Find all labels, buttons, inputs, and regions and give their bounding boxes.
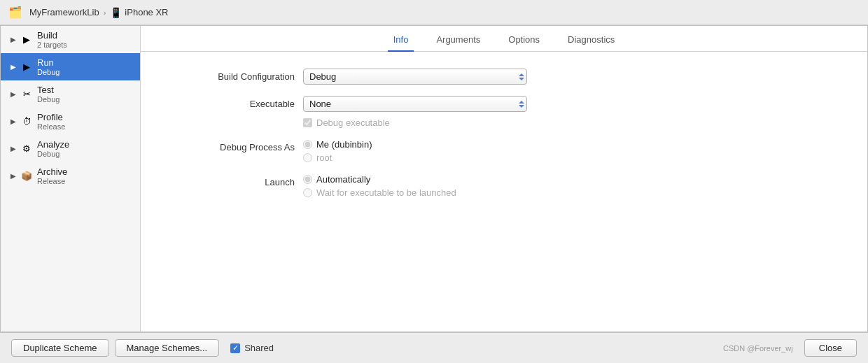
debug-process-radio-group: Me (dubinbin) root bbox=[303, 139, 527, 163]
sidebar-item-build[interactable]: ▶▶Build2 targets bbox=[1, 26, 140, 53]
sidebar-item-run[interactable]: ▶▶RunDebug bbox=[1, 53, 140, 80]
sidebar-item-text-run: RunDebug bbox=[37, 57, 59, 76]
project-name: MyFrameworkLib bbox=[29, 7, 99, 17]
sidebar-arrow-analyze: ▶ bbox=[9, 145, 18, 153]
sidebar-item-icon-archive: 📦 bbox=[20, 170, 33, 183]
sidebar-item-subtitle-build: 2 targets bbox=[37, 41, 67, 49]
manage-schemes-button[interactable]: Manage Schemes... bbox=[115, 339, 220, 357]
sidebar-item-subtitle-run: Debug bbox=[37, 68, 59, 76]
project-icon: 🗂️ bbox=[8, 6, 22, 19]
sidebar-item-title-profile: Profile bbox=[37, 112, 65, 122]
sidebar-item-title-archive: Archive bbox=[37, 166, 67, 177]
sidebar-arrow-test: ▶ bbox=[9, 90, 18, 99]
launch-auto-label: Automatically bbox=[316, 174, 370, 185]
sidebar-item-test[interactable]: ▶✂TestDebug bbox=[1, 80, 140, 108]
sidebar-arrow-profile: ▶ bbox=[9, 118, 18, 126]
build-configuration-row: Build Configuration Debug Release bbox=[183, 69, 825, 85]
launch-control: Automatically Wait for executable to be … bbox=[303, 174, 527, 198]
sidebar-item-title-run: Run bbox=[37, 57, 59, 68]
breadcrumb: 🗂️ MyFrameworkLib › 📱 iPhone XR bbox=[8, 6, 169, 19]
launch-wait-radio[interactable] bbox=[303, 188, 312, 197]
shared-label: Shared bbox=[244, 343, 274, 353]
sidebar-item-analyze[interactable]: ▶⚙AnalyzeDebug bbox=[1, 135, 140, 162]
sidebar-item-title-test: Test bbox=[37, 85, 59, 95]
launch-wait-label: Wait for executable to be launched bbox=[316, 187, 456, 198]
right-panel: InfoArgumentsOptionsDiagnostics Build Co… bbox=[141, 26, 867, 332]
sidebar-item-archive[interactable]: ▶📦ArchiveRelease bbox=[1, 162, 140, 190]
build-configuration-select[interactable]: Debug Release bbox=[303, 69, 527, 85]
sidebar-item-profile[interactable]: ▶⏱ProfileRelease bbox=[1, 108, 140, 135]
executable-control: None Debug executable bbox=[303, 96, 527, 128]
sidebar-item-title-analyze: Analyze bbox=[37, 139, 69, 150]
executable-select[interactable]: None bbox=[303, 96, 527, 112]
sidebar-item-title-build: Build bbox=[37, 30, 67, 41]
device-icon: 📱 bbox=[110, 7, 122, 18]
watermark: CSDN @Forever_wj bbox=[723, 344, 793, 353]
device-name: iPhone XR bbox=[125, 7, 168, 17]
sidebar-item-text-profile: ProfileRelease bbox=[37, 112, 65, 131]
debug-executable-row: Debug executable bbox=[303, 116, 527, 128]
executable-select-wrapper: None bbox=[303, 96, 527, 112]
top-bar: 🗂️ MyFrameworkLib › 📱 iPhone XR bbox=[0, 0, 868, 25]
debug-process-root-radio[interactable] bbox=[303, 153, 312, 162]
executable-label: Executable bbox=[183, 96, 295, 109]
tabs-bar: InfoArgumentsOptionsDiagnostics bbox=[141, 26, 867, 52]
sidebar: ▶▶Build2 targets▶▶RunDebug▶✂TestDebug▶⏱P… bbox=[1, 26, 141, 332]
sidebar-item-text-analyze: AnalyzeDebug bbox=[37, 139, 69, 158]
launch-auto-row: Automatically bbox=[303, 174, 527, 185]
sidebar-arrow-build: ▶ bbox=[9, 36, 18, 44]
launch-row: Launch Automatically Wait for executable… bbox=[183, 174, 825, 198]
debug-process-as-label: Debug Process As bbox=[183, 139, 295, 152]
form-area: Build Configuration Debug Release bbox=[141, 52, 867, 332]
debug-executable-label: Debug executable bbox=[316, 118, 390, 128]
duplicate-scheme-button[interactable]: Duplicate Scheme bbox=[11, 339, 109, 357]
tab-arguments[interactable]: Arguments bbox=[430, 31, 486, 52]
launch-wait-row: Wait for executable to be launched bbox=[303, 187, 527, 198]
debug-process-as-control: Me (dubinbin) root bbox=[303, 139, 527, 163]
tab-options[interactable]: Options bbox=[503, 31, 545, 52]
executable-row: Executable None bbox=[183, 96, 825, 128]
sidebar-item-icon-analyze: ⚙ bbox=[20, 143, 33, 155]
launch-label: Launch bbox=[183, 174, 295, 187]
bottom-bar: Duplicate Scheme Manage Schemes... ✓ Sha… bbox=[0, 332, 868, 363]
sidebar-item-text-archive: ArchiveRelease bbox=[37, 166, 67, 185]
build-configuration-select-wrapper: Debug Release bbox=[303, 69, 527, 85]
sidebar-item-subtitle-test: Debug bbox=[37, 95, 59, 104]
build-configuration-label: Build Configuration bbox=[183, 69, 295, 82]
debug-process-me-radio[interactable] bbox=[303, 140, 312, 149]
debug-process-me-row: Me (dubinbin) bbox=[303, 139, 527, 150]
shared-area: ✓ Shared bbox=[230, 343, 274, 353]
sidebar-arrow-archive: ▶ bbox=[9, 172, 18, 180]
build-configuration-control: Debug Release bbox=[303, 69, 527, 85]
sidebar-arrow-run: ▶ bbox=[9, 63, 18, 71]
tab-info[interactable]: Info bbox=[388, 31, 414, 52]
launch-auto-radio[interactable] bbox=[303, 175, 312, 184]
sidebar-item-icon-build: ▶ bbox=[20, 34, 33, 46]
sidebar-item-text-build: Build2 targets bbox=[37, 30, 67, 49]
sidebar-item-text-test: TestDebug bbox=[37, 85, 59, 104]
sidebar-item-icon-run: ▶ bbox=[20, 61, 33, 73]
debug-process-as-row: Debug Process As Me (dubinbin) root bbox=[183, 139, 825, 163]
debug-process-root-row: root bbox=[303, 152, 527, 163]
scheme-editor: ▶▶Build2 targets▶▶RunDebug▶✂TestDebug▶⏱P… bbox=[0, 25, 868, 332]
sidebar-item-subtitle-archive: Release bbox=[37, 177, 67, 185]
launch-radio-group: Automatically Wait for executable to be … bbox=[303, 174, 527, 198]
debug-process-me-label: Me (dubinbin) bbox=[316, 139, 372, 150]
sidebar-item-icon-test: ✂ bbox=[20, 88, 33, 101]
main-content: ▶▶Build2 targets▶▶RunDebug▶✂TestDebug▶⏱P… bbox=[0, 25, 868, 332]
device-breadcrumb: 📱 iPhone XR bbox=[110, 7, 168, 18]
sidebar-item-subtitle-profile: Release bbox=[37, 122, 65, 131]
close-button[interactable]: Close bbox=[804, 339, 857, 357]
debug-executable-checkbox[interactable] bbox=[303, 118, 312, 127]
tab-diagnostics[interactable]: Diagnostics bbox=[562, 31, 620, 52]
debug-process-root-label: root bbox=[316, 152, 332, 163]
breadcrumb-chevron: › bbox=[104, 8, 106, 17]
sidebar-item-subtitle-analyze: Debug bbox=[37, 150, 69, 158]
sidebar-item-icon-profile: ⏱ bbox=[20, 115, 33, 128]
shared-checkbox[interactable]: ✓ bbox=[230, 343, 240, 353]
